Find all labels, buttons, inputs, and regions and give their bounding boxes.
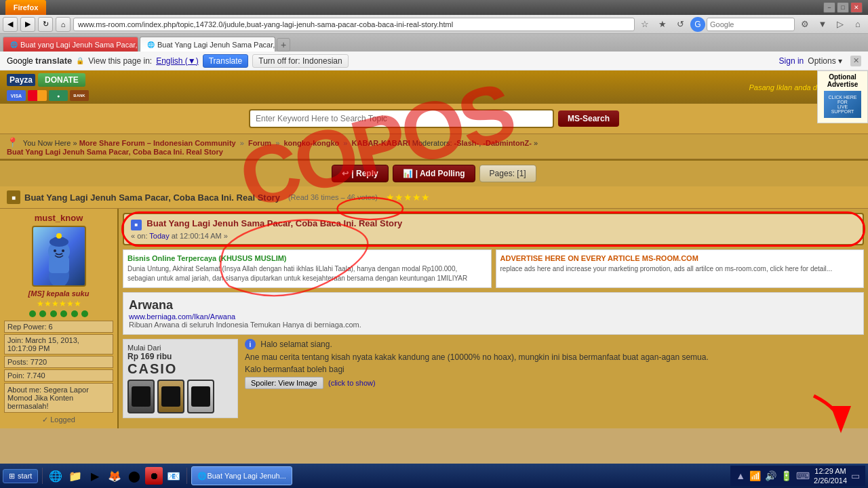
new-tab-button[interactable]: + — [277, 38, 290, 52]
google-translate-logo: Google translate — [7, 56, 72, 66]
minimize-button[interactable]: − — [823, 2, 835, 13]
visa-icon: VISA — [7, 90, 26, 101]
tray-volume-icon[interactable]: 🔊 — [765, 470, 776, 481]
browser-search-input[interactable] — [707, 18, 795, 31]
tab-2[interactable]: 🌐 Buat Yang Lagi Jenuh Sama Pacar, Co...… — [140, 37, 275, 52]
nav-arrow-right-icon[interactable]: ▷ — [833, 17, 848, 32]
address-bar[interactable] — [73, 18, 635, 31]
taskbar-ie-icon[interactable]: 🌐 — [47, 467, 64, 485]
bookmark-star[interactable]: ☆ — [637, 17, 652, 32]
topic-read-info: (Read 36 times – 46 votes) — [288, 193, 378, 201]
taskbar-forum-window[interactable]: 🌐 Buat Yang Lagi Jenuh... — [191, 466, 292, 485]
nav-star-icon[interactable]: ★ — [655, 17, 670, 32]
taskbar-chrome-icon[interactable]: ⬤ — [125, 467, 143, 485]
nav-house-icon[interactable]: ⌂ — [850, 17, 865, 32]
close-button[interactable]: ✕ — [850, 2, 863, 13]
post-title: Buat Yang Lagi Jenuh Sama Pacar, Coba Ba… — [146, 218, 402, 228]
reply-icon: ↩ — [342, 169, 349, 178]
pages-button[interactable]: Pages: [1] — [479, 165, 536, 182]
start-button[interactable]: ⊞ start — [3, 469, 38, 483]
rep-power-stat: Rep Power: 6 — [4, 321, 113, 333]
forward-button[interactable]: ▶ — [20, 17, 35, 32]
show-desktop-icon[interactable]: ▭ — [851, 470, 860, 481]
translate-options-button[interactable]: Options ▾ — [808, 56, 842, 66]
arwana-title: Arwana — [129, 298, 858, 312]
taskbar-media-icon[interactable]: ▶ — [86, 467, 104, 485]
spoiler-button[interactable]: Spoiler: View Image — [245, 377, 323, 389]
donate-button[interactable]: DONATE — [38, 73, 85, 87]
site-search-button[interactable]: MS-Search — [558, 110, 619, 127]
titlebar: Firefox − □ ✕ — [0, 0, 868, 15]
spoiler-click-link[interactable]: (click to show) — [328, 379, 376, 387]
search-bar-container: G — [690, 17, 795, 32]
location-pin-icon: 📍 — [7, 137, 18, 148]
gem-2 — [39, 310, 46, 317]
post-content-text: i Halo selamat siang. Ane mau cerita ten… — [245, 339, 864, 418]
watch-2 — [157, 380, 184, 413]
gem-4 — [60, 310, 67, 317]
breadcrumb-topic-title[interactable]: Buat Yang Lagi Jenuh Sama Pacar, Coba Ba… — [7, 148, 223, 156]
translate-close-button[interactable]: ✕ — [850, 56, 861, 66]
posts-stat: Posts: 7720 — [4, 356, 113, 368]
optional-advertise-title: OptionalAdvertise — [820, 73, 865, 88]
ad-box-1-title[interactable]: Bisnis Online Terpercaya (KHUSUS MUSLIM) — [127, 254, 487, 262]
breadcrumb-bar: 📍 You Now Here » More Share Forum – Indo… — [0, 134, 868, 159]
site-header: Payza DONATE VISA ● BANK Pasang Iklan an… — [0, 70, 868, 104]
breadcrumb-forum[interactable]: Forum — [248, 139, 271, 147]
site-search-input[interactable] — [249, 109, 554, 128]
tray-arrow-icon[interactable]: ▲ — [736, 470, 745, 481]
gem-5 — [71, 310, 78, 317]
lock-icon: 🔒 — [76, 57, 84, 64]
nav-tools-icon[interactable]: ⚙ — [797, 17, 812, 32]
taskbar-firefox-icon[interactable]: 🦊 — [106, 467, 123, 485]
turn-off-translate-button[interactable]: Turn off for: Indonesian — [252, 54, 348, 68]
gem-1 — [29, 310, 36, 317]
casio-ad[interactable]: Mulai Dari Rp 169 ribu CASIO — [123, 339, 238, 418]
bank-icon: BANK — [70, 90, 89, 101]
reply-button[interactable]: ↩ | Reply — [332, 165, 388, 182]
refresh-nav-button[interactable]: ↺ — [673, 17, 688, 32]
translate-sign-in-link[interactable]: Sign in — [779, 56, 804, 66]
post-date-link[interactable]: Today — [149, 232, 169, 240]
post-header: ■ Buat Yang Lagi Jenuh Sama Pacar, Coba … — [123, 213, 864, 245]
back-button[interactable]: ◀ — [3, 17, 18, 32]
user-about: About me: Segera Lapor Momod Jika Konten… — [4, 383, 113, 413]
you-now-here-text: You Now Here » — [23, 139, 77, 147]
info-icon: i — [245, 339, 256, 350]
watch-3 — [187, 380, 214, 413]
casio-logo: CASIO — [127, 361, 233, 377]
taskbar-email-icon[interactable]: 📧 — [165, 467, 182, 485]
tray-battery-icon[interactable]: 🔋 — [781, 470, 792, 481]
breadcrumb-more-share[interactable]: More Share Forum – Indonesian Community — [79, 139, 236, 147]
taskbar-record-icon[interactable]: ⏺ — [145, 467, 163, 485]
maximize-button[interactable]: □ — [837, 2, 849, 13]
windows-start-icon: ⊞ — [9, 472, 15, 481]
casio-post-section: Mulai Dari Rp 169 ribu CASIO i Halo sela… — [123, 339, 864, 418]
breadcrumb-kongko[interactable]: kongko-kongko — [283, 139, 339, 147]
post-type-icon: ■ — [131, 220, 142, 230]
tab-1[interactable]: 🌐 Buat yang Lagi Jenuh Sama Pacar, Co...… — [3, 37, 138, 52]
post-text-3: Kalo bermanfaat boleh bagi — [245, 365, 864, 374]
home-button[interactable]: ⌂ — [56, 17, 71, 32]
ad-box-2-title[interactable]: ADVERTISE HERE ON EVERY ARTICLE MS-ROOM.… — [500, 254, 860, 262]
tray-network-icon[interactable]: 📶 — [749, 470, 761, 481]
nav-arrow-down-icon[interactable]: ▼ — [815, 17, 830, 32]
add-polling-button[interactable]: 📊 | Add Polling — [393, 165, 475, 182]
translate-language-selector[interactable]: English (▼) — [156, 56, 199, 66]
user-rank: [MS] kepala suku — [4, 289, 113, 298]
advertise-banner[interactable]: CLICK HEREFORLIVESUPPORT — [824, 91, 861, 118]
arwana-ad[interactable]: Arwana www.berniaga.com/Ikan/Arwana Ribu… — [123, 292, 864, 335]
breadcrumb-kabar[interactable]: KABAR-KABARI — [352, 139, 410, 147]
moderator-dabminton[interactable]: -DabmintonZ- — [483, 139, 531, 147]
navigation-bar: ◀ ▶ ↻ ⌂ ☆ ★ ↺ G ⚙ ▼ ▷ ⌂ — [0, 15, 868, 34]
taskbar-system-tray: ▲ 📶 🔊 🔋 ⌨ 12:29 AM 2/26/2014 ▭ — [730, 466, 865, 486]
taskbar-folder-icon[interactable]: 📁 — [66, 467, 84, 485]
user-avatar — [32, 226, 86, 287]
post-text-2: Ane mau cerita tentang kisah nyata kakak… — [245, 352, 864, 362]
moderator-slash[interactable]: -Slash- — [454, 139, 479, 147]
red-annotation-oval — [121, 211, 865, 247]
taskbar: ⊞ start 🌐 📁 ▶ 🦊 ⬤ ⏺ 📧 🌐 Buat Yang Lagi J… — [0, 464, 868, 488]
refresh-button[interactable]: ↻ — [38, 17, 53, 32]
translate-button[interactable]: Translate — [203, 54, 249, 68]
username[interactable]: must_know — [4, 213, 113, 223]
